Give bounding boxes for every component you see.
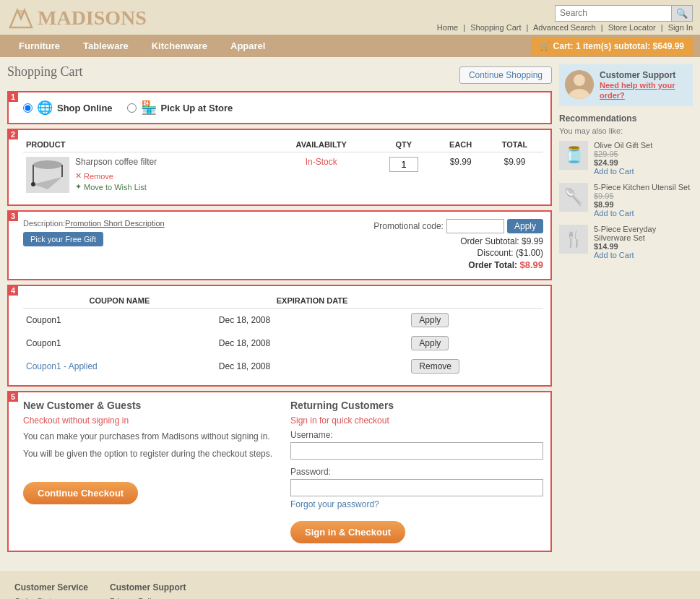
coupon-name: Coupon1 - Applied	[23, 355, 216, 378]
nav-cart[interactable]: Shopping Cart	[470, 23, 521, 32]
new-customer-text2: You will be given the option to register…	[23, 447, 276, 460]
each-cell: $9.99	[435, 152, 486, 198]
rec-title: Recommendations	[559, 113, 693, 124]
product-table-container: PRODUCT AVAILABILTY QTY EACH TOTAL	[9, 130, 550, 204]
subtotal-label: Order Subtotal:	[460, 236, 519, 246]
wishlist-icon: ✦	[75, 182, 82, 191]
coupon-expiry: Dec 18, 2008	[216, 309, 408, 332]
apply-promo-button[interactable]: Apply	[507, 219, 543, 233]
section4-num: 4	[8, 285, 18, 296]
coupon-action-button[interactable]: Apply	[411, 313, 449, 327]
discount-value: ($1.00)	[516, 248, 543, 258]
nav-furniture[interactable]: Furniture	[7, 35, 72, 57]
nav-home[interactable]: Home	[437, 23, 458, 32]
add-to-cart-link[interactable]: Add to Cart	[594, 167, 634, 176]
rec-image: 🫙	[559, 141, 588, 170]
rec-subtitle: You may also like:	[559, 126, 693, 135]
store-icon: 🏪	[141, 100, 157, 116]
total-cell: $9.99	[486, 152, 543, 198]
section5-num: 5	[8, 392, 18, 402]
support-link[interactable]: Need help with your order?	[600, 81, 675, 100]
footer-col2-title: Customer Support	[110, 582, 186, 592]
coupon-name: Coupon1	[23, 309, 216, 332]
order-summary: Order Subtotal: $9.99 Discount: ($1.00) …	[460, 236, 543, 272]
continue-checkout-button[interactable]: Continue Checkout	[23, 482, 138, 504]
coupon-row: Coupon1 Dec 18, 2008 Apply	[23, 332, 543, 355]
list-item: 🫙 Olive Oil Gift Set $29.95 $24.99 Add t…	[559, 141, 693, 176]
wishlist-link[interactable]: ✦ Move to Wish List	[75, 182, 157, 191]
pickup-option[interactable]: 🏪 Pick Up at Store	[127, 100, 233, 116]
product-table: PRODUCT AVAILABILTY QTY EACH TOTAL	[23, 137, 543, 197]
search-box: 🔍	[555, 5, 693, 22]
product-name: Sharpson coffee filter	[75, 157, 157, 167]
nav-sign-in[interactable]: Sign In	[668, 23, 693, 32]
search-button[interactable]: 🔍	[671, 6, 692, 21]
nav-store-locator[interactable]: Store Locator	[608, 23, 656, 32]
nav-advanced-search[interactable]: Advanced Search	[533, 23, 596, 32]
order-subtotal-row: Order Subtotal: $9.99	[460, 236, 543, 246]
footer-col1: Customer Service Order Status Wish List …	[14, 582, 88, 599]
ship-online-radio[interactable]	[23, 103, 33, 113]
support-title: Customer Support	[600, 70, 687, 80]
new-customer-text1: You can make your purchases from Madison…	[23, 430, 276, 443]
product-image	[26, 157, 69, 193]
password-label: Password:	[290, 467, 543, 477]
globe-icon: 🌐	[37, 100, 53, 116]
coupon-expiry: Dec 18, 2008	[216, 332, 408, 355]
coupon-action-cell: Apply	[408, 309, 543, 332]
coupon-row: Coupon1 - Applied Dec 18, 2008 Remove	[23, 355, 543, 378]
discount-label: Discount:	[478, 248, 514, 258]
guest-checkout-link[interactable]: Checkout without signing in	[23, 415, 129, 426]
shipping-section: 1 🌐 Shop Online 🏪 Pick Up at Store	[7, 91, 552, 124]
ship-online-label: Shop Online	[57, 103, 113, 113]
promo-right: Promotional code: Apply Order Subtotal: …	[373, 219, 543, 272]
rec-info: Olive Oil Gift Set $29.95 $24.99 Add to …	[594, 141, 652, 176]
order-total-row: Order Total: $8.99	[460, 259, 543, 270]
returning-customer-col: Returning Customers Sign in for quick ch…	[290, 400, 543, 543]
rec-image: 🍴	[559, 225, 588, 254]
coupon-action-cell: Apply	[408, 332, 543, 355]
pickup-radio[interactable]	[127, 103, 137, 113]
ship-online-option[interactable]: 🌐 Shop Online	[23, 100, 113, 116]
qty-input[interactable]	[389, 157, 418, 172]
footer-col2: Customer Support Privacy Policy Help/Con…	[110, 582, 186, 599]
returning-signin-link[interactable]: Sign in for quick checkout	[290, 415, 389, 426]
returning-customer-title: Returning Customers	[290, 400, 543, 411]
nav-apparel[interactable]: Apparel	[219, 35, 277, 57]
page-header-row: Shopping Cart Continue Shopping	[7, 64, 552, 85]
col-availability: AVAILABILTY	[270, 137, 373, 152]
forgot-password-link[interactable]: Forgot your password?	[290, 499, 379, 509]
product-cell: Sharpson coffee filter ✕ Remove ✦	[23, 152, 270, 198]
promo-code-input[interactable]	[446, 219, 504, 233]
svg-marker-5	[33, 177, 62, 189]
nav-kitchenware[interactable]: Kitchenware	[140, 35, 219, 57]
continue-shopping-button[interactable]: Continue Shopping	[459, 66, 552, 84]
rec-old-price: $9.95	[594, 191, 690, 200]
col-action	[408, 293, 543, 309]
coupon-expiry: Dec 18, 2008	[216, 355, 408, 378]
coupon-action-button[interactable]: Apply	[411, 336, 449, 350]
new-customer-col: New Customer & Guests Checkout without s…	[23, 400, 276, 543]
add-to-cart-link[interactable]: Add to Cart	[594, 251, 634, 259]
nav-tableware[interactable]: Tableware	[72, 35, 140, 57]
signin-checkout-button[interactable]: Sign in & Checkout	[290, 521, 405, 543]
nav-bar: Furniture Tableware Kitchenware Apparel …	[0, 35, 700, 57]
search-input[interactable]	[556, 6, 671, 20]
coupon-action-button[interactable]: Remove	[411, 359, 459, 374]
pick-gift-button[interactable]: Pick your Free Gift	[23, 232, 103, 246]
password-input[interactable]	[290, 479, 543, 496]
add-to-cart-link[interactable]: Add to Cart	[594, 209, 634, 217]
remove-link[interactable]: ✕ Remove	[75, 171, 157, 181]
promo-description: Description:Promotion Short Description	[23, 219, 165, 228]
logo-text: MADISONS	[38, 7, 147, 30]
section3-num: 3	[8, 211, 18, 221]
footer-col1-title: Customer Service	[14, 582, 88, 592]
rec-image: 🥄	[559, 183, 588, 212]
cart-badge[interactable]: 🛒 Cart: 1 item(s) subtotal: $649.99	[531, 37, 693, 56]
product-section: 2 PRODUCT AVAILABILTY QTY EACH TOTAL	[7, 129, 552, 206]
promo-desc-text: Promotion Short Description	[65, 219, 165, 228]
product-actions: ✕ Remove ✦ Move to Wish List	[75, 171, 157, 191]
promo-left: Description:Promotion Short Description …	[23, 219, 165, 246]
main-nav: Furniture Tableware Kitchenware Apparel	[7, 35, 277, 57]
username-input[interactable]	[290, 442, 543, 460]
